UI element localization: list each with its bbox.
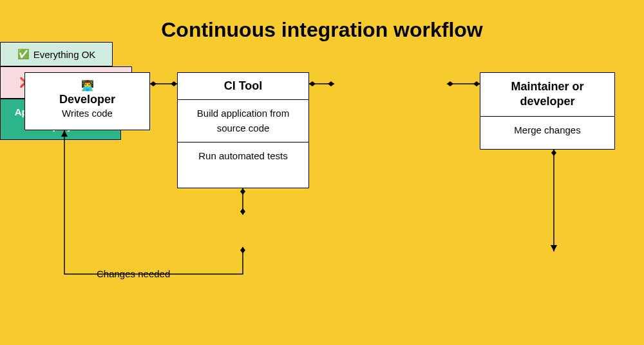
svg-marker-15 (551, 150, 556, 156)
connectors (0, 0, 644, 345)
svg-marker-1 (150, 81, 156, 86)
svg-marker-12 (240, 247, 245, 253)
svg-marker-4 (309, 81, 316, 86)
svg-marker-10 (240, 188, 245, 195)
svg-marker-16 (551, 245, 557, 251)
svg-marker-7 (447, 81, 453, 86)
svg-marker-13 (61, 130, 68, 137)
svg-marker-2 (171, 81, 177, 86)
svg-marker-11 (240, 208, 245, 215)
svg-marker-5 (328, 81, 334, 86)
svg-marker-8 (473, 81, 480, 86)
